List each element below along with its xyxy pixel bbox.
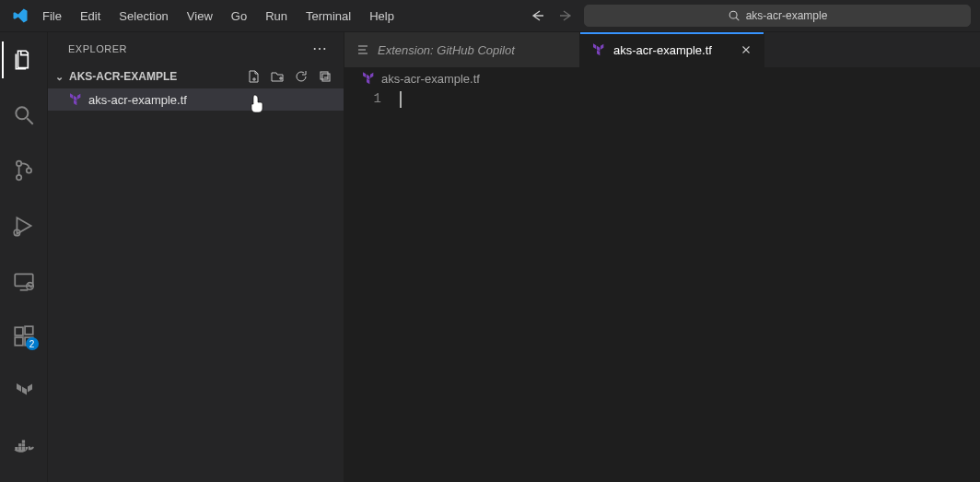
- code-content[interactable]: [400, 89, 980, 482]
- extension-tab-icon: [356, 42, 370, 57]
- collapse-all-icon[interactable]: [318, 69, 332, 84]
- line-number-gutter: 1: [344, 89, 400, 482]
- activity-terraform-icon[interactable]: [2, 373, 46, 410]
- activity-docker-icon[interactable]: [2, 429, 46, 465]
- svg-rect-12: [15, 327, 23, 335]
- activity-bar: 2: [0, 32, 48, 482]
- menu-run[interactable]: Run: [256, 6, 297, 27]
- search-text: aks-acr-example: [746, 9, 828, 22]
- editor-area: Extension: GitHub Copilot aks-acr-exampl…: [344, 32, 980, 482]
- sidebar-explorer: EXPLORER ⋯ ⌄ AKS-ACR-EXAMPLE aks-acr-exa…: [48, 32, 344, 482]
- menu-view[interactable]: View: [178, 6, 222, 27]
- extensions-badge: 2: [26, 337, 39, 350]
- menu-terminal[interactable]: Terminal: [297, 6, 360, 27]
- breadcrumbs[interactable]: aks-acr-example.tf: [344, 67, 980, 89]
- close-tab-icon[interactable]: [740, 43, 752, 56]
- svg-rect-15: [25, 326, 33, 335]
- new-file-icon[interactable]: [246, 69, 261, 84]
- new-folder-icon[interactable]: [270, 69, 285, 84]
- terraform-file-icon: [68, 92, 83, 107]
- menu-edit[interactable]: Edit: [71, 6, 110, 27]
- nav-arrows: [531, 8, 573, 23]
- activity-run-debug-icon[interactable]: [2, 207, 46, 244]
- terraform-file-icon: [361, 71, 376, 86]
- file-name: aks-acr-example.tf: [88, 93, 187, 107]
- svg-rect-13: [15, 337, 23, 346]
- nav-back-icon[interactable]: [531, 8, 545, 23]
- chevron-down-icon: ⌄: [55, 71, 64, 83]
- svg-point-4: [16, 161, 20, 166]
- breadcrumb-file: aks-acr-example.tf: [381, 72, 480, 86]
- terraform-file-icon: [591, 42, 606, 57]
- activity-search-icon[interactable]: [2, 97, 46, 134]
- menu-help[interactable]: Help: [360, 6, 403, 27]
- menu-bar: File Edit Selection View Go Run Terminal…: [33, 6, 403, 27]
- svg-point-2: [16, 107, 28, 119]
- svg-line-1: [736, 18, 739, 20]
- vscode-logo-icon: [7, 7, 33, 24]
- tabs-bar: Extension: GitHub Copilot aks-acr-exampl…: [344, 32, 980, 67]
- svg-rect-16: [321, 72, 328, 79]
- svg-point-5: [16, 175, 20, 180]
- command-center-search[interactable]: aks-acr-example: [584, 5, 971, 27]
- tab-aks-acr-example[interactable]: aks-acr-example.tf: [580, 32, 764, 67]
- menu-go[interactable]: Go: [222, 6, 256, 27]
- menu-selection[interactable]: Selection: [110, 6, 177, 27]
- activity-remote-icon[interactable]: [2, 263, 46, 300]
- tab-label: aks-acr-example.tf: [613, 43, 712, 57]
- activity-extensions-icon[interactable]: 2: [2, 318, 46, 355]
- svg-point-6: [26, 168, 30, 172]
- svg-line-3: [27, 118, 33, 124]
- tab-label: Extension: GitHub Copilot: [378, 43, 515, 57]
- line-number: 1: [344, 91, 381, 106]
- svg-rect-8: [15, 274, 33, 286]
- sidebar-more-icon[interactable]: ⋯: [312, 40, 328, 57]
- nav-forward-icon[interactable]: [558, 8, 573, 23]
- titlebar: File Edit Selection View Go Run Terminal…: [0, 0, 980, 32]
- text-cursor: [400, 91, 402, 108]
- search-icon: [728, 9, 741, 22]
- sidebar-title: EXPLORER: [68, 43, 127, 54]
- svg-point-0: [729, 11, 737, 18]
- file-tree-item[interactable]: aks-acr-example.tf: [48, 88, 344, 111]
- activity-explorer-icon[interactable]: [2, 41, 46, 78]
- editor-body[interactable]: 1: [344, 89, 980, 482]
- menu-file[interactable]: File: [33, 6, 71, 27]
- folder-name: AKS-ACR-EXAMPLE: [69, 70, 177, 83]
- activity-source-control-icon[interactable]: [2, 152, 46, 189]
- refresh-icon[interactable]: [294, 69, 309, 84]
- folder-header[interactable]: ⌄ AKS-ACR-EXAMPLE: [48, 65, 344, 88]
- tab-extension-copilot[interactable]: Extension: GitHub Copilot: [344, 32, 580, 67]
